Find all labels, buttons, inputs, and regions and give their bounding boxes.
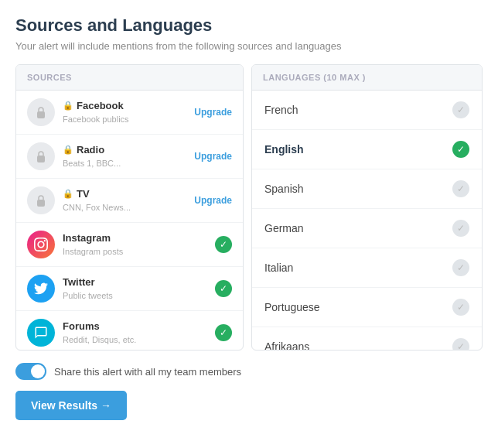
twitter-check[interactable]: ✓ [215, 280, 232, 297]
forums-icon [27, 319, 55, 347]
lang-item-english[interactable]: English✓ [252, 130, 482, 169]
svg-rect-2 [37, 200, 45, 207]
source-item-forums[interactable]: ForumsReddit, Disqus, etc.✓ [16, 311, 243, 350]
instagram-name: Instagram [63, 232, 215, 244]
lang-item-spanish[interactable]: Spanish✓ [252, 169, 482, 209]
lock-icon: 🔒 [63, 101, 73, 111]
sources-panel-header: SOURCES [16, 65, 243, 91]
svg-rect-0 [37, 111, 45, 118]
instagram-sub: Instagram posts [63, 247, 123, 256]
facebook-info: 🔒FacebookFacebook publics [63, 100, 194, 125]
afrikaans-lang-name: Afrikaans [264, 340, 452, 350]
facebook-upgrade-button[interactable]: Upgrade [194, 107, 232, 118]
instagram-info: InstagramInstagram posts [63, 232, 215, 258]
twitter-sub: Public tweets [63, 291, 113, 300]
forums-check[interactable]: ✓ [215, 324, 232, 341]
forums-name: Forums [63, 320, 215, 332]
tv-icon [27, 186, 55, 214]
english-lang-check: ✓ [452, 141, 469, 158]
twitter-icon [27, 275, 55, 303]
french-lang-name: French [264, 104, 452, 116]
lang-item-portuguese[interactable]: Portuguese✓ [252, 288, 482, 327]
twitter-name: Twitter [63, 276, 215, 288]
spanish-lang-name: Spanish [264, 183, 452, 195]
portuguese-lang-check: ✓ [452, 299, 469, 316]
instagram-icon [27, 231, 55, 258]
radio-icon [27, 142, 55, 170]
page-title: Sources and Languages [15, 15, 483, 36]
lock-icon: 🔒 [63, 189, 73, 199]
forums-sub: Reddit, Disqus, etc. [63, 335, 136, 344]
source-item-twitter[interactable]: TwitterPublic tweets✓ [16, 267, 243, 311]
lang-item-german[interactable]: German✓ [252, 209, 482, 248]
french-lang-check: ✓ [452, 101, 469, 118]
italian-lang-name: Italian [264, 262, 452, 274]
radio-info: 🔒RadioBeats 1, BBC... [63, 144, 194, 169]
spanish-lang-check: ✓ [452, 180, 469, 197]
tv-name: 🔒TV [63, 188, 194, 200]
portuguese-lang-name: Portuguese [264, 301, 452, 313]
german-lang-check: ✓ [452, 220, 469, 237]
source-item-tv[interactable]: 🔒TVCNN, Fox News...Upgrade [16, 179, 243, 223]
radio-upgrade-button[interactable]: Upgrade [194, 151, 232, 162]
lang-item-french[interactable]: French✓ [252, 91, 482, 130]
languages-panel: LANGUAGES (10 max ) French✓English✓Spani… [251, 64, 483, 351]
radio-sub: Beats 1, BBC... [63, 159, 121, 168]
tv-sub: CNN, Fox News... [63, 203, 131, 212]
radio-name: 🔒Radio [63, 144, 194, 156]
share-row: Share this alert with all my team member… [15, 363, 483, 380]
tv-info: 🔒TVCNN, Fox News... [63, 188, 194, 214]
languages-panel-header: LANGUAGES (10 max ) [252, 65, 482, 91]
german-lang-name: German [264, 222, 452, 234]
tv-upgrade-button[interactable]: Upgrade [194, 195, 232, 206]
share-toggle[interactable] [15, 363, 46, 380]
svg-rect-1 [37, 156, 45, 162]
source-item-facebook[interactable]: 🔒FacebookFacebook publicsUpgrade [16, 91, 243, 135]
facebook-name: 🔒Facebook [63, 100, 194, 111]
lock-icon: 🔒 [63, 145, 73, 155]
page-subtitle: Your alert will include mentions from th… [15, 40, 483, 52]
forums-info: ForumsReddit, Disqus, etc. [63, 320, 215, 346]
sources-panel: SOURCES 🔒FacebookFacebook publicsUpgrade… [15, 64, 244, 351]
lang-item-afrikaans[interactable]: Afrikaans✓ [252, 327, 482, 350]
languages-panel-body: French✓English✓Spanish✓German✓Italian✓Po… [252, 91, 482, 350]
afrikaans-lang-check: ✓ [452, 338, 469, 350]
sources-panel-body: 🔒FacebookFacebook publicsUpgrade 🔒RadioB… [16, 91, 243, 350]
lang-item-italian[interactable]: Italian✓ [252, 248, 482, 288]
source-item-radio[interactable]: 🔒RadioBeats 1, BBC...Upgrade [16, 135, 243, 179]
share-label: Share this alert with all my team member… [54, 366, 241, 378]
twitter-info: TwitterPublic tweets [63, 276, 215, 302]
facebook-icon [27, 98, 55, 126]
view-results-button[interactable]: View Results → [15, 391, 127, 420]
italian-lang-check: ✓ [452, 259, 469, 276]
toggle-thumb [31, 364, 45, 378]
source-item-instagram[interactable]: InstagramInstagram posts✓ [16, 223, 243, 267]
instagram-check[interactable]: ✓ [215, 236, 232, 253]
facebook-sub: Facebook publics [63, 115, 129, 124]
english-lang-name: English [264, 143, 452, 156]
